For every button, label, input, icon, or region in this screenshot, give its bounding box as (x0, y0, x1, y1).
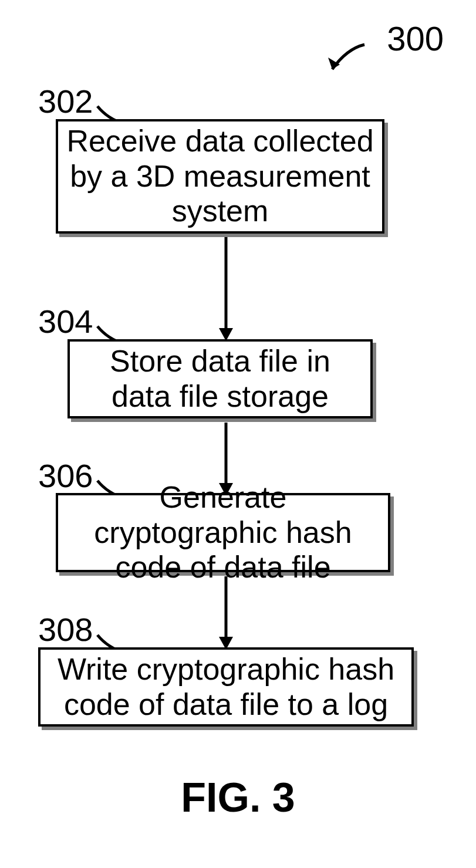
arrow-306-to-308 (217, 576, 235, 651)
step-box-302: Receive data collected by a 3D measureme… (56, 119, 384, 234)
main-reference-arrow (323, 40, 370, 80)
arrow-302-to-304 (217, 237, 235, 343)
step-box-306: Generate cryptographic hash code of data… (56, 493, 390, 572)
step-label-308: 308 (38, 610, 93, 649)
figure-caption: FIG. 3 (0, 774, 476, 821)
main-reference-label: 300 (387, 19, 444, 58)
step-box-304: Store data file in data file storage (67, 339, 373, 418)
step-box-308: Write cryptographic hash code of data fi… (38, 647, 414, 727)
step-label-302: 302 (38, 82, 93, 120)
step-label-304: 304 (38, 302, 93, 340)
